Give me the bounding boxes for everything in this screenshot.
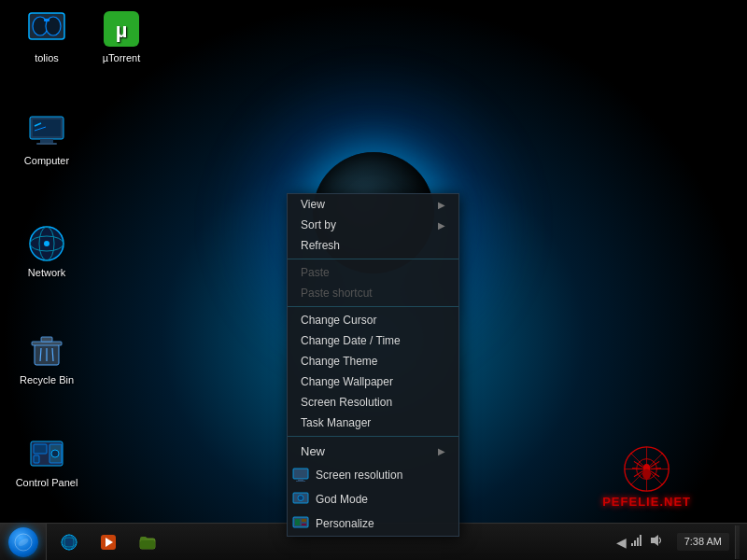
ctx-screen-res-sub[interactable]: Screen resolution — [288, 463, 458, 487]
quick-launch — [47, 525, 166, 560]
context-menu: View ▶ Sort by ▶ Refresh Paste Paste sho… — [287, 193, 459, 537]
ctx-paste-label: Paste — [301, 266, 330, 279]
control-panel-icon — [27, 434, 66, 473]
ctx-sort-label: Sort by — [301, 218, 336, 231]
svg-rect-18 — [41, 337, 52, 342]
ctx-sep2 — [288, 306, 458, 307]
tolios-label: tolios — [35, 52, 59, 63]
svg-rect-47 — [295, 519, 300, 525]
svg-rect-43 — [296, 481, 305, 482]
icon-recycle-bin[interactable]: Recycle Bin — [9, 331, 84, 385]
ctx-new-arrow: ▶ — [438, 446, 445, 456]
pefelie-logo: PEFELIE.NET — [602, 446, 691, 509]
ctx-change-theme-label: Change Theme — [301, 355, 378, 368]
network-icon — [27, 224, 66, 263]
svg-point-51 — [17, 537, 29, 547]
utorrent-label: µTorrent — [103, 52, 141, 63]
ctx-sep1 — [288, 259, 458, 259]
ctx-paste-shortcut-label: Paste shortcut — [301, 287, 373, 300]
ctx-screen-res-label: Screen Resolution — [301, 396, 392, 409]
ctx-sort-arrow: ▶ — [438, 220, 445, 231]
ctx-view-arrow: ▶ — [438, 200, 445, 210]
ctx-god-mode-label: God Mode — [316, 493, 368, 506]
icon-network[interactable]: Network — [9, 224, 84, 278]
control-panel-label: Control Panel — [16, 477, 78, 488]
tolios-icon — [27, 9, 66, 49]
svg-point-34 — [642, 469, 651, 480]
ctx-new-label: New — [301, 444, 325, 458]
ctx-refresh[interactable]: Refresh — [288, 235, 458, 256]
ctx-change-theme[interactable]: Change Theme — [288, 351, 458, 371]
svg-rect-9 — [36, 143, 57, 145]
ctx-task-manager[interactable]: Task Manager — [288, 413, 458, 433]
icon-computer[interactable]: Computer — [9, 112, 84, 166]
logo-text: PEFELIE.NET — [602, 495, 691, 509]
svg-point-26 — [51, 450, 59, 457]
tray-arrow-icon[interactable]: ◀ — [616, 535, 627, 550]
ctx-change-date[interactable]: Change Date / Time — [288, 330, 458, 351]
ctx-view[interactable]: View ▶ — [288, 194, 458, 215]
ctx-change-cursor-label: Change Cursor — [301, 314, 376, 327]
ctx-refresh-label: Refresh — [301, 239, 340, 252]
svg-rect-3 — [44, 19, 49, 21]
svg-rect-42 — [298, 479, 303, 481]
recycle-bin-icon — [27, 331, 66, 371]
taskbar-folder-btn[interactable] — [130, 525, 165, 560]
svg-point-45 — [298, 496, 303, 501]
start-orb[interactable] — [8, 527, 38, 557]
system-tray: ◀ — [616, 534, 664, 550]
utorrent-icon: µ — [102, 9, 141, 49]
svg-point-15 — [44, 241, 49, 246]
spider-icon — [624, 446, 670, 493]
svg-rect-23 — [34, 444, 47, 454]
svg-rect-58 — [140, 540, 155, 549]
svg-rect-24 — [34, 455, 39, 463]
svg-text:µ: µ — [116, 19, 128, 42]
svg-rect-59 — [631, 543, 633, 546]
taskbar-media-btn[interactable] — [91, 525, 126, 560]
svg-rect-48 — [302, 519, 306, 522]
ctx-screen-resolution[interactable]: Screen Resolution — [288, 392, 458, 413]
svg-rect-17 — [32, 342, 62, 345]
god-mode-icon — [291, 490, 310, 509]
svg-point-52 — [62, 535, 77, 550]
ctx-god-mode[interactable]: God Mode — [288, 487, 458, 511]
clock[interactable]: 7:38 AM — [677, 533, 729, 550]
clock-time: 7:38 AM — [684, 535, 722, 548]
ctx-personalize-label: Personalize — [316, 517, 374, 530]
show-desktop-strip[interactable] — [735, 525, 740, 559]
tray-network-icon[interactable] — [630, 534, 645, 550]
ctx-new[interactable]: New ▶ — [288, 440, 458, 463]
icon-tolios[interactable]: tolios — [9, 9, 84, 63]
screen-res-sub-icon — [291, 466, 310, 484]
computer-icon — [27, 112, 66, 151]
ctx-sep3 — [288, 436, 458, 437]
svg-rect-62 — [640, 535, 641, 546]
svg-rect-8 — [40, 139, 53, 143]
icon-utorrent[interactable]: µ µTorrent — [84, 9, 159, 63]
ctx-change-date-label: Change Date / Time — [301, 334, 401, 347]
svg-rect-41 — [293, 469, 308, 479]
ctx-change-wallpaper[interactable]: Change Wallpaper — [288, 371, 458, 392]
ctx-screen-res-sub-label: Screen resolution — [316, 469, 402, 482]
svg-marker-63 — [651, 535, 658, 546]
ctx-personalize[interactable]: Personalize — [288, 511, 458, 536]
ctx-view-label: View — [301, 198, 325, 211]
start-button[interactable] — [0, 524, 47, 561]
taskbar-show-desktop-btn[interactable] — [51, 525, 87, 560]
tray-volume-icon[interactable] — [649, 534, 664, 550]
recycle-bin-label: Recycle Bin — [20, 374, 74, 385]
icon-control-panel[interactable]: Control Panel — [9, 434, 84, 488]
svg-rect-61 — [637, 538, 639, 546]
personalize-icon — [291, 514, 310, 533]
clock-area: ◀ 7:38 AM — [609, 524, 747, 561]
ctx-sort-by[interactable]: Sort by ▶ — [288, 215, 458, 235]
svg-rect-49 — [302, 524, 306, 525]
ctx-paste: Paste — [288, 262, 458, 283]
network-label: Network — [28, 267, 65, 278]
ctx-task-mgr-label: Task Manager — [301, 416, 371, 429]
svg-rect-60 — [634, 540, 636, 546]
ctx-change-wallpaper-label: Change Wallpaper — [301, 375, 393, 388]
svg-rect-7 — [33, 119, 61, 136]
ctx-change-cursor[interactable]: Change Cursor — [288, 310, 458, 330]
